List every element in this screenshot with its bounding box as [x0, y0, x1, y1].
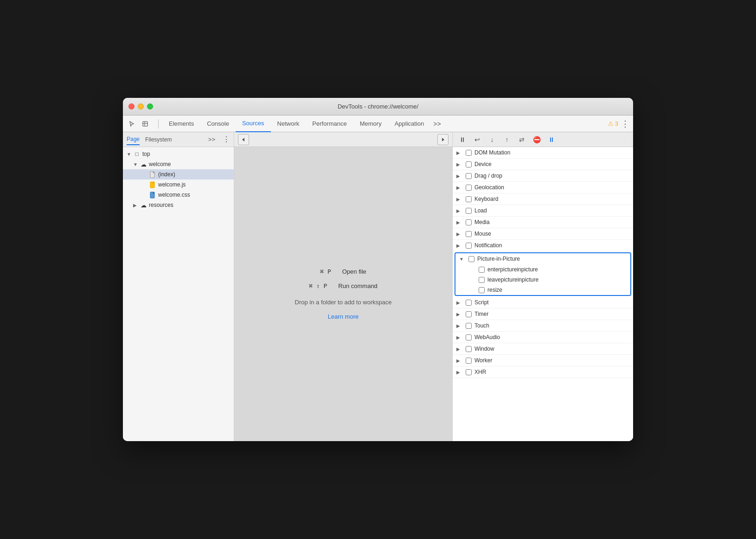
event-group-header-pip[interactable]: ▼ Picture-in-Picture — [455, 253, 630, 264]
step-out-btn[interactable]: ↑ — [501, 134, 513, 146]
tab-filesystem[interactable]: Filesystem — [145, 135, 172, 145]
event-group-header-drag[interactable]: ▶ Drag / drop — [453, 170, 633, 181]
tree-item-welcome[interactable]: ▼ ☁ welcome — [123, 159, 234, 169]
left-nav-button[interactable] — [238, 134, 249, 145]
event-group-header-xhr[interactable]: ▶ XHR — [453, 366, 633, 378]
event-name-window: Window — [474, 346, 494, 352]
tree-label-welcomecss: welcome.css — [158, 192, 190, 198]
tree-label-welcome: welcome — [149, 161, 171, 167]
tree-label-welcomejs: welcome.js — [158, 181, 186, 188]
checkbox-resize[interactable] — [479, 287, 485, 293]
tab-sources[interactable]: Sources — [236, 116, 271, 132]
pip-child-leavepicture[interactable]: leavepictureinpicture — [455, 275, 630, 285]
event-group-header-dom-mutation[interactable]: ▶ DOM Mutation — [453, 147, 633, 158]
event-label-leavepictureinpicture: leavepictureinpicture — [487, 276, 538, 283]
learn-more-link[interactable]: Learn more — [328, 313, 359, 320]
left-panel: Page Filesystem >> ⋮ ▼ □ top — [123, 132, 234, 441]
event-name-dom-mutation: DOM Mutation — [474, 149, 510, 156]
pip-child-resize[interactable]: resize — [455, 285, 630, 295]
checkbox-load[interactable] — [466, 208, 472, 214]
checkbox-webaudio[interactable] — [466, 334, 472, 340]
event-group-header-worker[interactable]: ▶ Worker — [453, 355, 633, 366]
checkbox-touch[interactable] — [466, 323, 472, 329]
pause-on-exceptions-btn[interactable]: ⏸ — [545, 134, 557, 146]
event-group-header-notification[interactable]: ▶ Notification — [453, 240, 633, 251]
tree-item-welcomecss[interactable]: welcome.css — [123, 190, 234, 200]
event-group-header-keyboard[interactable]: ▶ Keyboard — [453, 193, 633, 205]
checkbox-notification[interactable] — [466, 243, 472, 249]
step-btn[interactable]: ⇄ — [516, 134, 528, 146]
minimize-button[interactable] — [138, 103, 144, 109]
shortcut-key-1: ⌘ P — [320, 268, 331, 275]
event-group-header-timer[interactable]: ▶ Timer — [453, 308, 633, 320]
shortcut-key-2: ⌘ ⇧ P — [309, 282, 327, 289]
tab-network[interactable]: Network — [271, 116, 306, 132]
event-group-header-mouse[interactable]: ▶ Mouse — [453, 228, 633, 239]
more-tabs-button[interactable]: >> — [430, 120, 443, 128]
event-label-enterpictureinpicture: enterpictureinpicture — [487, 266, 538, 273]
event-listener-list: ▶ DOM Mutation ▶ Device ▶ — [453, 147, 633, 441]
event-group-header-webaudio[interactable]: ▶ WebAudio — [453, 332, 633, 343]
close-button[interactable] — [128, 103, 135, 109]
event-name-pip: Picture-in-Picture — [477, 256, 520, 262]
checkbox-pip[interactable] — [468, 256, 474, 262]
event-group-touch: ▶ Touch — [453, 320, 633, 332]
tab-performance[interactable]: Performance — [306, 116, 353, 132]
maximize-button[interactable] — [147, 103, 153, 109]
tree-item-resources[interactable]: ▶ ☁ resources — [123, 200, 234, 210]
tab-console[interactable]: Console — [200, 116, 236, 132]
checkbox-script[interactable] — [466, 300, 472, 306]
checkbox-geolocation[interactable] — [466, 185, 472, 191]
tab-application[interactable]: Application — [388, 116, 431, 132]
cloud-icon-resources: ☁ — [140, 201, 147, 209]
event-group-device: ▶ Device — [453, 159, 633, 170]
event-group-header-geolocation[interactable]: ▶ Geolocation — [453, 182, 633, 193]
warning-badge[interactable]: ⚠ 3 — [608, 120, 618, 127]
main-toolbar: Elements Console Sources Network Perform… — [123, 116, 633, 132]
more-menu-button[interactable]: ⋮ — [621, 119, 629, 129]
checkbox-xhr[interactable] — [466, 369, 472, 375]
center-toolbar — [234, 132, 452, 147]
tree-item-welcomejs[interactable]: welcome.js — [123, 180, 234, 190]
tab-bar: Elements Console Sources Network Perform… — [162, 116, 608, 132]
tree-item-index[interactable]: (index) — [123, 169, 234, 180]
event-group-header-media[interactable]: ▶ Media — [453, 217, 633, 228]
drop-text: Drop in a folder to add to workspace — [295, 299, 392, 306]
tab-page[interactable]: Page — [127, 134, 140, 145]
event-group-header-window[interactable]: ▶ Window — [453, 343, 633, 354]
tree-item-top[interactable]: ▼ □ top — [123, 149, 234, 159]
inspect-icon[interactable] — [140, 118, 151, 129]
tab-memory[interactable]: Memory — [353, 116, 388, 132]
checkbox-worker[interactable] — [466, 358, 472, 364]
event-name-media: Media — [474, 219, 490, 225]
event-name-mouse: Mouse — [474, 231, 491, 237]
checkbox-leavepictureinpicture[interactable] — [479, 277, 485, 283]
traffic-lights — [128, 103, 153, 109]
checkbox-window[interactable] — [466, 346, 472, 352]
pause-btn[interactable]: ⏸ — [456, 134, 468, 146]
checkbox-timer[interactable] — [466, 311, 472, 317]
svg-marker-7 — [442, 138, 444, 141]
checkbox-keyboard[interactable] — [466, 196, 472, 202]
expand-arrow-dom-mutation: ▶ — [456, 150, 463, 155]
step-over-btn[interactable]: ↩ — [471, 134, 483, 146]
left-panel-menu-button[interactable]: ⋮ — [223, 135, 230, 144]
right-nav-button[interactable] — [437, 134, 448, 145]
checkbox-media[interactable] — [466, 219, 472, 225]
event-group-header-device[interactable]: ▶ Device — [453, 159, 633, 170]
pip-child-enterpicture[interactable]: enterpictureinpicture — [455, 264, 630, 275]
deactivate-btn[interactable]: ⛔ — [531, 134, 543, 146]
tab-elements[interactable]: Elements — [162, 116, 200, 132]
event-group-header-load[interactable]: ▶ Load — [453, 205, 633, 216]
event-group-header-touch[interactable]: ▶ Touch — [453, 320, 633, 331]
checkbox-mouse[interactable] — [466, 231, 472, 237]
event-group-keyboard: ▶ Keyboard — [453, 193, 633, 205]
event-group-header-script[interactable]: ▶ Script — [453, 297, 633, 308]
checkbox-device[interactable] — [466, 161, 472, 167]
cursor-icon[interactable] — [127, 118, 138, 129]
checkbox-enterpictureinpicture[interactable] — [479, 267, 485, 273]
checkbox-drag[interactable] — [466, 173, 472, 179]
checkbox-dom-mutation[interactable] — [466, 150, 472, 156]
left-panel-more-tabs[interactable]: >> — [208, 136, 215, 143]
step-into-btn[interactable]: ↓ — [486, 134, 498, 146]
